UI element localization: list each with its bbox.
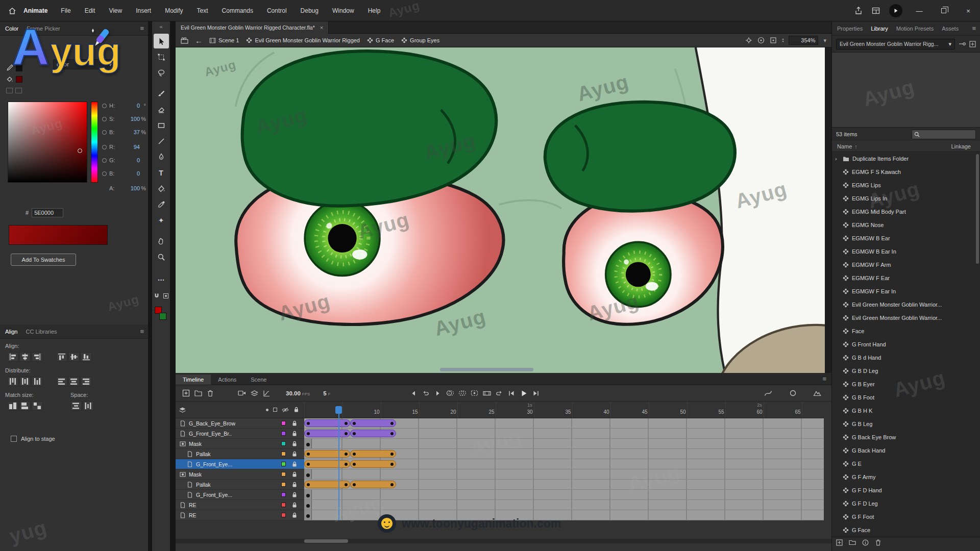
zoom-stepper[interactable]: ▴▾ <box>782 38 783 43</box>
hex-color-input[interactable] <box>32 208 63 217</box>
match-width-button[interactable] <box>7 401 18 411</box>
library-item[interactable]: › EGMGW F Arm <box>832 258 980 271</box>
panel-tab[interactable]: Color <box>5 26 18 32</box>
onion-skin-outlines-icon[interactable] <box>456 388 469 399</box>
timeline-frames-area[interactable]: 51015202530354045505560651s2s <box>304 402 824 520</box>
tween-span[interactable] <box>304 481 350 488</box>
onion-skin-icon[interactable] <box>444 388 456 399</box>
distribute-center-button[interactable] <box>19 377 31 386</box>
layer-row[interactable]: Pallak <box>176 480 304 490</box>
camera-icon[interactable] <box>236 388 248 399</box>
color-field-value[interactable]: 0 <box>117 170 140 177</box>
color-field-radio[interactable] <box>102 117 107 121</box>
scrollbar-thumb[interactable] <box>440 368 533 371</box>
library-scrollbar[interactable] <box>976 154 979 264</box>
layer-lock-icon[interactable] <box>292 471 298 478</box>
step-back-icon[interactable] <box>407 388 420 399</box>
layer-lock-icon[interactable] <box>292 431 298 437</box>
frame-view-column-icon[interactable] <box>273 408 277 412</box>
eraser-tool[interactable] <box>154 102 169 117</box>
film-range-icon[interactable] <box>481 388 493 399</box>
frame-row[interactable] <box>304 418 824 429</box>
library-item[interactable]: › G F Army <box>832 470 980 484</box>
pin-library-icon[interactable] <box>959 41 966 46</box>
pen-tool[interactable] <box>154 149 169 164</box>
library-item[interactable]: › G B Foot <box>832 391 980 404</box>
frame-row[interactable] <box>304 439 824 449</box>
panel-tab[interactable]: Library <box>871 26 888 32</box>
layer-outline-color[interactable] <box>281 472 286 477</box>
library-item[interactable]: › G Back Eye Brow <box>832 431 980 444</box>
rectangle-tool[interactable] <box>154 118 169 133</box>
zoom-dropdown-icon[interactable]: ▾ <box>823 37 826 44</box>
align-middle-vertical-button[interactable] <box>68 352 80 362</box>
expander-icon[interactable]: › <box>835 156 840 162</box>
tween-span[interactable] <box>304 419 350 427</box>
current-frame-display[interactable]: 5F <box>323 390 330 396</box>
color-field-value[interactable]: 0 <box>117 157 140 163</box>
color-field-radio[interactable] <box>102 171 107 176</box>
lasso-tool[interactable] <box>154 65 169 80</box>
layer-outline-color[interactable] <box>281 421 286 425</box>
saturation-brightness-picker[interactable] <box>8 102 87 183</box>
keyframe[interactable] <box>304 439 312 448</box>
library-item[interactable]: › G F D Hand <box>832 484 980 497</box>
breadcrumb-item[interactable]: Scene 1 <box>209 37 239 43</box>
panel-tab[interactable]: CC Libraries <box>26 329 57 335</box>
tween-span[interactable] <box>350 430 396 437</box>
color-field-value[interactable]: 94 <box>117 144 140 150</box>
name-column-header[interactable]: Name <box>837 143 852 149</box>
space-vertical-button[interactable] <box>70 401 82 411</box>
library-item[interactable]: › G B d Hand <box>832 351 980 364</box>
menu-item[interactable]: Window <box>332 7 354 14</box>
tween-span[interactable] <box>304 460 350 468</box>
rotation-icon[interactable] <box>770 37 777 44</box>
layer-row[interactable]: G_Back_Eye_Brow <box>176 418 304 429</box>
menu-item[interactable]: Edit <box>85 7 95 14</box>
snap-to-objects-icon[interactable] <box>153 292 160 299</box>
stage-canvas[interactable] <box>176 47 825 373</box>
panel-tab[interactable]: Align <box>5 329 17 335</box>
scrollbar-thumb[interactable] <box>304 539 348 543</box>
keyframe[interactable] <box>304 510 312 520</box>
previous-frame-button[interactable] <box>505 388 518 399</box>
distribute-middle-button[interactable] <box>68 377 80 386</box>
stroke-color-tool-icon[interactable] <box>6 64 13 71</box>
tween-span[interactable] <box>350 419 396 427</box>
library-item[interactable]: › EGMGW B Ear <box>832 232 980 245</box>
new-folder-icon[interactable] <box>192 388 204 399</box>
color-field-radio[interactable] <box>102 130 107 135</box>
color-field-value[interactable]: 100 <box>117 185 140 191</box>
tween-span[interactable] <box>350 460 396 468</box>
item-properties-icon[interactable] <box>862 539 869 546</box>
library-item[interactable]: › EGMGW F Ear <box>832 271 980 285</box>
frame-row[interactable] <box>304 480 824 490</box>
color-field-radio[interactable] <box>102 145 107 149</box>
ease-curve-icon[interactable] <box>762 388 774 399</box>
library-item[interactable]: › G Front Hand <box>832 338 980 351</box>
graph-editor-icon[interactable] <box>260 388 273 399</box>
app-name[interactable]: Animate <box>23 7 47 14</box>
loop-playback-icon[interactable] <box>420 388 432 399</box>
advanced-layers-icon[interactable] <box>248 388 260 399</box>
playhead[interactable] <box>335 402 342 520</box>
menu-item[interactable]: Control <box>267 7 287 14</box>
tween-span[interactable] <box>304 430 350 437</box>
visibility-column-icon[interactable] <box>282 407 289 413</box>
document-tab[interactable]: Evil Green Monster Goblin Warrior Rigged… <box>176 21 329 34</box>
layer-outline-color[interactable] <box>281 513 286 517</box>
library-item[interactable]: › EGMGW F Ear In <box>832 285 980 298</box>
free-transform-tool[interactable] <box>154 49 169 64</box>
match-both-button[interactable] <box>32 401 43 411</box>
library-item[interactable]: › EGMG Lips In <box>832 192 980 205</box>
library-item[interactable]: › G Face <box>832 523 980 537</box>
timeline-tab[interactable]: Timeline <box>176 374 211 385</box>
library-document-selector[interactable]: Evil Green Monster Goblin Warrior Rigg..… <box>836 39 955 49</box>
distribute-left-button[interactable] <box>56 377 67 386</box>
home-icon[interactable] <box>6 7 18 14</box>
tween-span[interactable] <box>350 450 396 458</box>
collapse-panels-icon[interactable]: « <box>159 23 162 33</box>
layer-outline-color[interactable] <box>281 431 286 436</box>
library-item[interactable]: › EGMG Mid Body Part <box>832 205 980 218</box>
menu-item[interactable]: Modify <box>165 7 183 14</box>
